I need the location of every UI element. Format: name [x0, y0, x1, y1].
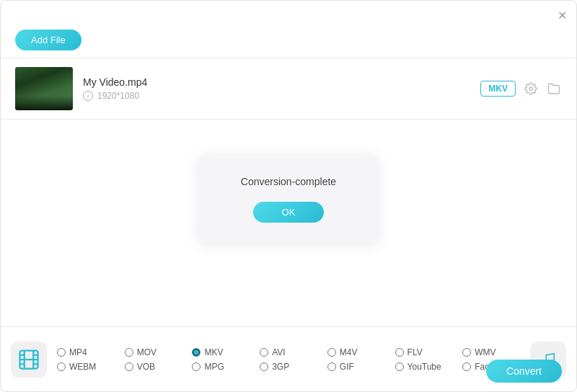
format-option-gif[interactable]: GIF — [327, 362, 395, 372]
format-label-mov: MOV — [137, 347, 157, 357]
file-thumbnail — [15, 67, 73, 110]
film-icon — [18, 349, 40, 370]
dialog-overlay: Conversion-complete OK — [1, 120, 576, 278]
format-label-mkv: MKV — [204, 347, 223, 357]
folder-icon[interactable] — [546, 81, 562, 97]
format-radio-wmv[interactable] — [462, 348, 471, 357]
format-option-m4v[interactable]: M4V — [327, 347, 395, 357]
format-label-m4v: M4V — [340, 347, 358, 357]
thumbnail-image — [15, 67, 73, 110]
format-radio-flv[interactable] — [395, 348, 404, 357]
content-area: Conversion-complete OK — [1, 120, 576, 278]
format-radio-youtube[interactable] — [395, 362, 404, 371]
close-button[interactable]: ✕ — [556, 9, 568, 21]
convert-button-area: Convert — [486, 360, 562, 383]
file-name: My Video.mp4 — [83, 76, 480, 88]
format-radio-3gp[interactable] — [260, 362, 268, 371]
format-radio-m4v[interactable] — [327, 348, 336, 357]
format-radio-mp4[interactable] — [57, 348, 66, 357]
format-radio-vob[interactable] — [125, 362, 133, 371]
dialog-message: Conversion-complete — [241, 176, 336, 187]
format-radio-avi[interactable] — [260, 348, 268, 357]
format-option-vob[interactable]: VOB — [125, 362, 193, 372]
format-option-mkv[interactable]: MKV — [192, 347, 260, 357]
format-badge[interactable]: MKV — [480, 81, 516, 97]
format-option-mpg[interactable]: MPG — [192, 362, 260, 372]
file-resolution: 1920*1080 — [97, 91, 139, 101]
settings-icon[interactable] — [523, 81, 539, 97]
format-label-3gp: 3GP — [272, 362, 289, 372]
format-option-youtube[interactable]: YouTube — [395, 362, 463, 372]
format-radio-mpg[interactable] — [192, 362, 201, 371]
format-radio-gif[interactable] — [327, 362, 336, 371]
format-option-avi[interactable]: AVI — [260, 347, 327, 357]
file-list-item: My Video.mp4 i 1920*1080 MKV — [1, 58, 576, 120]
format-label-vob: VOB — [137, 362, 155, 372]
format-label-mpg: MPG — [204, 362, 224, 372]
format-radio-facebook[interactable] — [462, 362, 471, 371]
format-label-youtube: YouTube — [408, 362, 441, 372]
convert-button[interactable]: Convert — [486, 360, 562, 383]
format-option-webm[interactable]: WEBM — [57, 362, 125, 372]
svg-point-0 — [529, 87, 533, 91]
format-option-flv[interactable]: FLV — [395, 347, 463, 357]
toolbar: Add File — [1, 30, 576, 58]
format-option-mov[interactable]: MOV — [125, 347, 193, 357]
dialog-box: Conversion-complete OK — [198, 154, 379, 244]
format-label-wmv: WMV — [475, 347, 495, 357]
format-label-webm: WEBM — [69, 362, 96, 372]
format-option-3gp[interactable]: 3GP — [260, 362, 327, 372]
format-radio-mov[interactable] — [125, 348, 133, 357]
format-label-flv: FLV — [408, 347, 423, 357]
format-radio-webm[interactable] — [57, 362, 66, 371]
format-option-wmv[interactable]: WMV — [462, 347, 530, 357]
format-label-gif: GIF — [340, 362, 354, 372]
format-label-mp4: MP4 — [69, 347, 87, 357]
add-file-button[interactable]: Add File — [15, 30, 82, 50]
title-bar: ✕ — [1, 1, 576, 30]
format-label-avi: AVI — [272, 347, 285, 357]
file-meta: i 1920*1080 — [83, 91, 480, 101]
video-format-icon[interactable] — [11, 342, 47, 378]
format-option-mp4[interactable]: MP4 — [57, 347, 125, 357]
file-actions: MKV — [480, 81, 562, 97]
dialog-ok-button[interactable]: OK — [253, 202, 325, 223]
format-radio-mkv[interactable] — [192, 348, 201, 357]
file-info: My Video.mp4 i 1920*1080 — [83, 76, 480, 101]
info-icon[interactable]: i — [83, 91, 93, 101]
